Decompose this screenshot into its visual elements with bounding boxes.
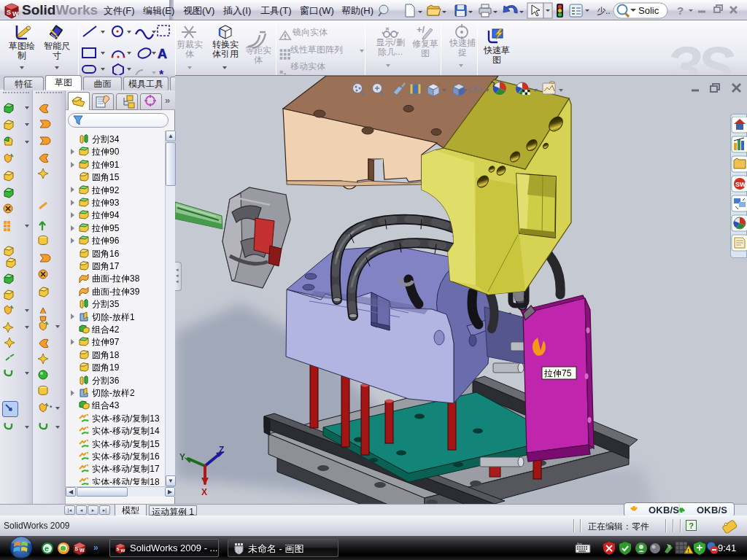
svg-text:SW: SW [735,181,746,188]
svg-text:S: S [117,546,120,551]
svg-text:Y: Y [179,452,185,462]
svg-text:!: ! [687,548,689,554]
svg-text:S: S [7,9,11,16]
svg-text:e: e [44,544,49,553]
svg-text:OKB/S: OKB/S [697,505,727,516]
svg-text:S: S [75,546,79,551]
svg-text:Snw: Snw [577,542,582,545]
svg-text:拉伸75: 拉伸75 [543,368,572,378]
svg-text:W: W [80,548,85,553]
svg-text:*: * [50,404,53,411]
svg-text:A: A [158,47,167,61]
svg-text:X: X [201,487,207,497]
svg-text:»: » [93,542,98,553]
svg-text:少..: 少.. [597,6,611,16]
svg-text:OKB/S: OKB/S [649,505,679,516]
svg-text:?: ? [677,4,684,17]
svg-text:Solic: Solic [638,5,659,16]
svg-text:+/: +/ [417,24,425,35]
svg-text:Z: Z [219,445,224,455]
svg-text:W: W [120,548,125,553]
svg-text:W: W [12,10,19,18]
